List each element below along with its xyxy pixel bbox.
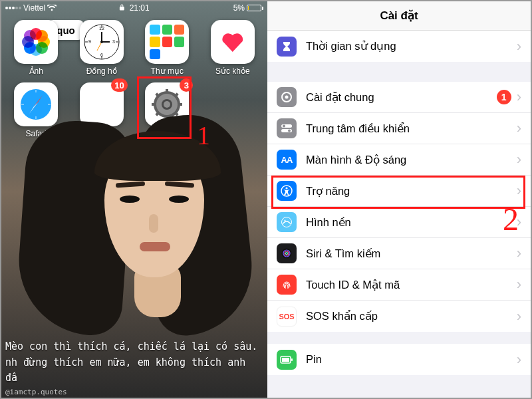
toggle-icon: [277, 118, 297, 138]
app-folder[interactable]: Thư mục: [140, 20, 194, 76]
row-screen-time-label: Thời gian sử dụng: [306, 40, 514, 53]
settings-title: Cài đặt: [380, 9, 418, 23]
wallpaper-quote: Mèo con thì thích cá, chiếc lá lại có sâ…: [1, 339, 267, 386]
status-bar: Viettel 21:01 5%: [1, 1, 267, 15]
battery-icon: [247, 5, 263, 11]
chevron-right-icon: ›: [517, 213, 521, 231]
svg-point-33: [164, 101, 170, 108]
battery-icon: [277, 350, 297, 370]
app-clock-label: Đồng hồ: [86, 66, 117, 76]
chevron-right-icon: ›: [517, 120, 521, 137]
clock-time: 21:01: [130, 3, 150, 13]
wifi-icon: [47, 5, 57, 11]
row-screen-time[interactable]: Thời gian sử dụng ›: [267, 31, 531, 62]
clock-icon: 12369: [82, 23, 121, 61]
carrier-label: Viettel: [23, 3, 45, 13]
svg-rect-36: [152, 103, 156, 106]
app-clock[interactable]: 12369 Đồng hồ: [75, 20, 129, 76]
row-touchid[interactable]: Touch ID & Mật mã ›: [267, 269, 531, 301]
chevron-right-icon: ›: [517, 308, 521, 325]
lock-icon: [119, 4, 124, 11]
svg-point-51: [285, 220, 286, 221]
svg-text:12: 12: [99, 26, 104, 31]
photos-icon: [21, 27, 51, 57]
svg-rect-58: [291, 358, 293, 361]
app-photos-label: Ảnh: [29, 66, 43, 76]
chevron-right-icon: ›: [517, 245, 521, 262]
wallpaper-portrait: [41, 108, 241, 321]
app-health-label: Sức khỏe: [215, 66, 250, 76]
wallpaper-handle: @iamctp.quotes: [5, 388, 67, 396]
hourglass-icon: [277, 37, 297, 57]
heart-icon: [221, 32, 244, 52]
chevron-right-icon: ›: [517, 151, 521, 168]
svg-point-43: [285, 96, 289, 99]
svg-rect-57: [282, 358, 289, 362]
row-general-label: Cài đặt chung: [306, 91, 497, 104]
app-health[interactable]: Sức khỏe: [206, 20, 260, 76]
appstore-badge: 10: [111, 78, 127, 92]
row-control-center[interactable]: Trung tâm điều khiển ›: [267, 113, 531, 144]
row-sos-label: SOS khẩn cấp: [306, 310, 514, 323]
row-wallpaper-label: Hình nền: [306, 216, 514, 229]
svg-text:6: 6: [100, 53, 103, 57]
chevron-right-icon: ›: [517, 351, 521, 368]
row-siri[interactable]: Siri & Tìm kiếm ›: [267, 238, 531, 269]
quote-line2: nh đừng thích em nữa, em không thích anh…: [5, 355, 263, 386]
app-photos[interactable]: Ảnh: [9, 20, 63, 76]
svg-rect-34: [166, 89, 168, 93]
settings-header: Cài đặt: [267, 1, 531, 31]
settings-badge: 3: [180, 78, 193, 92]
svg-point-50: [282, 217, 292, 227]
chevron-right-icon: ›: [517, 38, 521, 55]
svg-point-47: [288, 130, 291, 132]
chevron-right-icon: ›: [517, 276, 521, 293]
row-wallpaper[interactable]: Hình nền ›: [267, 207, 531, 238]
folder-icon: [150, 25, 184, 59]
fingerprint-icon: [277, 275, 297, 295]
app-folder-label: Thư mục: [151, 66, 184, 76]
accessibility-icon: [277, 181, 297, 201]
signal-icon: [5, 7, 21, 9]
settings-screen: Cài đặt Thời gian sử dụng › Cài đặt: [267, 1, 531, 398]
gear-icon: [277, 87, 297, 107]
svg-text:3: 3: [112, 39, 115, 44]
svg-point-49: [285, 187, 287, 189]
row-accessibility[interactable]: Trợ năng ›: [267, 176, 531, 207]
chevron-right-icon: ›: [517, 182, 521, 200]
row-siri-label: Siri & Tìm kiếm: [306, 247, 514, 260]
svg-point-12: [100, 41, 103, 43]
row-touchid-label: Touch ID & Mật mã: [306, 279, 514, 291]
row-sos[interactable]: SOS SOS khẩn cấp ›: [267, 301, 531, 332]
row-battery[interactable]: Pin ›: [267, 344, 531, 375]
battery-percent: 5%: [233, 3, 245, 13]
quote-line1: Mèo con thì thích cá, chiếc lá lại có sâ…: [5, 339, 263, 354]
row-display-label: Màn hình & Độ sáng: [306, 154, 514, 166]
general-badge: 1: [497, 90, 511, 104]
text-size-icon: AA: [277, 150, 297, 170]
row-general[interactable]: Cài đặt chung 1 ›: [267, 82, 531, 113]
siri-icon: [277, 243, 297, 263]
svg-rect-37: [178, 103, 182, 106]
sos-icon: SOS: [277, 307, 297, 327]
chevron-right-icon: ›: [517, 88, 521, 106]
row-display[interactable]: AA Màn hình & Độ sáng ›: [267, 144, 531, 176]
home-screen: Viettel 21:01 5% quo: [1, 1, 267, 398]
svg-text:9: 9: [88, 39, 91, 44]
row-accessibility-label: Trợ năng: [306, 185, 514, 198]
svg-point-45: [283, 125, 285, 128]
row-control-center-label: Trung tâm điều khiển: [306, 122, 514, 135]
row-battery-label: Pin: [306, 353, 514, 366]
wallpaper-icon: [277, 212, 297, 232]
